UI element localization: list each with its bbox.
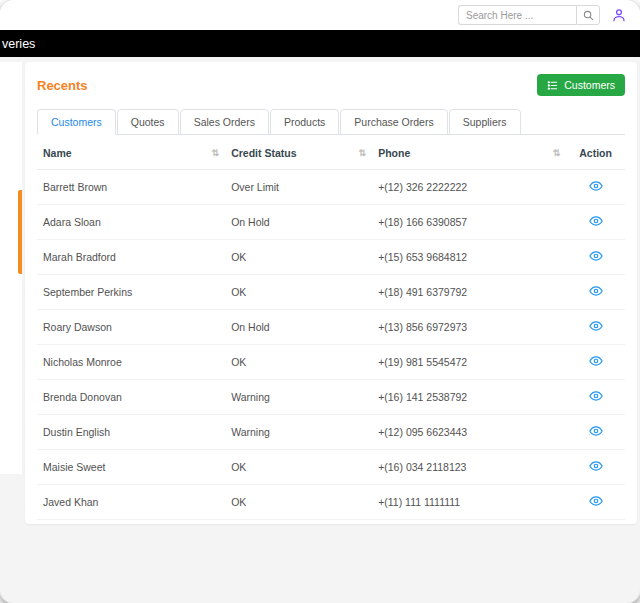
- view-eye-icon[interactable]: [589, 354, 603, 368]
- user-profile-button[interactable]: [608, 4, 630, 26]
- phone-number: +(19) 981 5545472: [372, 345, 566, 380]
- table-row: Nicholas Monroe OK +(19) 981 5545472: [37, 345, 625, 380]
- table-row: Javed Khan OK +(11) 111 1111111: [37, 485, 625, 520]
- customer-name: Roary Dawson: [37, 310, 225, 345]
- phone-number: +(12) 326 2222222: [372, 170, 566, 205]
- customer-name: Dustin English: [37, 415, 225, 450]
- credit-status: Over Limit: [225, 170, 372, 205]
- customer-name: Nicholas Monroe: [37, 345, 225, 380]
- phone-number: +(16) 034 2118123: [372, 450, 566, 485]
- action-cell: [566, 450, 625, 485]
- tab-customers[interactable]: Customers: [37, 109, 116, 135]
- tab-suppliers[interactable]: Suppliers: [449, 109, 521, 135]
- table-row: September Perkins OK +(18) 491 6379792: [37, 275, 625, 310]
- collapsed-sidebar[interactable]: [0, 62, 22, 474]
- sort-icon[interactable]: ⇅: [212, 148, 220, 158]
- view-eye-icon[interactable]: [589, 284, 603, 298]
- tab-products[interactable]: Products: [270, 109, 339, 135]
- column-header-name[interactable]: Name ⇅: [37, 137, 225, 170]
- table-row: Barrett Brown Over Limit +(12) 326 22222…: [37, 170, 625, 205]
- table-row: Marah Bradford OK +(15) 653 9684812: [37, 240, 625, 275]
- phone-number: +(18) 491 6379792: [372, 275, 566, 310]
- view-eye-icon[interactable]: [589, 459, 603, 473]
- customers-button-label: Customers: [564, 79, 615, 91]
- sort-icon[interactable]: ⇅: [359, 148, 367, 158]
- view-eye-icon[interactable]: [589, 179, 603, 193]
- sort-icon[interactable]: ⇅: [553, 148, 561, 158]
- column-header-credit-status[interactable]: Credit Status ⇅: [225, 137, 372, 170]
- phone-number: +(13) 856 6972973: [372, 310, 566, 345]
- customers-table: Name ⇅ Credit Status ⇅ P: [37, 137, 625, 520]
- phone-number: +(11) 111 1111111: [372, 485, 566, 520]
- credit-status: OK: [225, 345, 372, 380]
- credit-status: Warning: [225, 380, 372, 415]
- action-cell: [566, 240, 625, 275]
- action-cell: [566, 345, 625, 380]
- action-cell: [566, 275, 625, 310]
- phone-number: +(15) 653 9684812: [372, 240, 566, 275]
- user-icon: [611, 7, 627, 23]
- action-cell: [566, 170, 625, 205]
- view-eye-icon[interactable]: [589, 494, 603, 508]
- customer-name: Brenda Donovan: [37, 380, 225, 415]
- customer-name: Marah Bradford: [37, 240, 225, 275]
- credit-status: OK: [225, 485, 372, 520]
- app-window: veries Recents: [0, 0, 640, 603]
- column-header-phone[interactable]: Phone ⇅: [372, 137, 566, 170]
- customer-name: Barrett Brown: [37, 170, 225, 205]
- credit-status: OK: [225, 450, 372, 485]
- view-eye-icon[interactable]: [589, 319, 603, 333]
- table-body: Barrett Brown Over Limit +(12) 326 22222…: [37, 170, 625, 520]
- search-input[interactable]: [458, 5, 576, 25]
- card-header: Recents Customers: [37, 74, 625, 96]
- tab-purchase-orders[interactable]: Purchase Orders: [340, 109, 447, 135]
- content-area: Recents Customers: [0, 62, 640, 603]
- credit-status: On Hold: [225, 310, 372, 345]
- card-title: Recents: [37, 78, 88, 93]
- credit-status: OK: [225, 240, 372, 275]
- search-icon: [583, 10, 594, 21]
- sidebar-active-indicator: [18, 190, 22, 274]
- customer-name: Maisie Sweet: [37, 450, 225, 485]
- table-row: Adara Sloan On Hold +(18) 166 6390857: [37, 205, 625, 240]
- customer-name: Adara Sloan: [37, 205, 225, 240]
- tab-quotes[interactable]: Quotes: [117, 109, 179, 135]
- view-eye-icon[interactable]: [589, 424, 603, 438]
- table-row: Dustin English Warning +(12) 095 6623443: [37, 415, 625, 450]
- main-navbar: veries: [0, 30, 640, 57]
- top-header: [0, 0, 640, 30]
- credit-status: Warning: [225, 415, 372, 450]
- search-button[interactable]: [576, 5, 600, 25]
- action-cell: [566, 380, 625, 415]
- action-cell: [566, 485, 625, 520]
- action-cell: [566, 310, 625, 345]
- search-group: [458, 5, 600, 25]
- navbar-item-deliveries[interactable]: veries: [2, 37, 35, 51]
- customers-button[interactable]: Customers: [537, 74, 625, 96]
- action-cell: [566, 205, 625, 240]
- list-icon: [547, 80, 558, 91]
- customer-name: Javed Khan: [37, 485, 225, 520]
- table-row: Roary Dawson On Hold +(13) 856 6972973: [37, 310, 625, 345]
- tab-bar: Customers Quotes Sales Orders Products P…: [37, 109, 625, 135]
- phone-number: +(12) 095 6623443: [372, 415, 566, 450]
- table-header-row: Name ⇅ Credit Status ⇅ P: [37, 137, 625, 170]
- table-row: Brenda Donovan Warning +(16) 141 2538792: [37, 380, 625, 415]
- recents-card: Recents Customers: [25, 62, 637, 524]
- credit-status: On Hold: [225, 205, 372, 240]
- tab-sales-orders[interactable]: Sales Orders: [180, 109, 269, 135]
- column-header-action: Action: [566, 137, 625, 170]
- view-eye-icon[interactable]: [589, 214, 603, 228]
- table-row: Maisie Sweet OK +(16) 034 2118123: [37, 450, 625, 485]
- view-eye-icon[interactable]: [589, 249, 603, 263]
- customer-name: September Perkins: [37, 275, 225, 310]
- credit-status: OK: [225, 275, 372, 310]
- phone-number: +(18) 166 6390857: [372, 205, 566, 240]
- view-eye-icon[interactable]: [589, 389, 603, 403]
- phone-number: +(16) 141 2538792: [372, 380, 566, 415]
- action-cell: [566, 415, 625, 450]
